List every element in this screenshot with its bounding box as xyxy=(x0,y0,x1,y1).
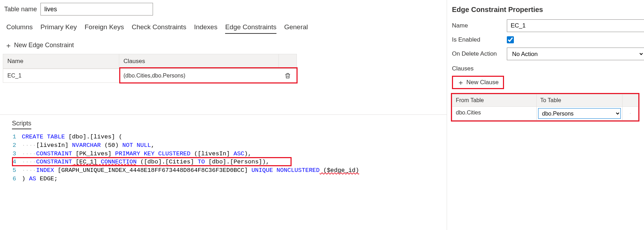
delete-clause-button[interactable] xyxy=(626,110,634,117)
from-table-cell: dbo.Cities xyxy=(452,107,537,120)
table-name-label: Table name xyxy=(4,6,37,13)
line-number: 2 xyxy=(12,141,22,150)
ec-row-clauses: (dbo.Cities,dbo.Persons) xyxy=(119,69,279,82)
delete-constraint-button[interactable] xyxy=(284,72,292,80)
ec-header-clauses: Clauses xyxy=(119,54,279,68)
plus-icon: ＋ xyxy=(5,42,12,49)
clauses-label: Clauses xyxy=(451,64,644,76)
tab-indexes[interactable]: Indexes xyxy=(194,23,218,34)
on-delete-label: On Delete Action xyxy=(451,50,507,57)
line-number: 1 xyxy=(12,133,22,141)
table-name-input[interactable] xyxy=(40,3,153,15)
from-table-header: From Table xyxy=(452,94,537,106)
to-table-header: To Table xyxy=(537,94,623,106)
line-number: 3 xyxy=(12,150,22,158)
enabled-checkbox[interactable] xyxy=(507,36,514,43)
code-editor[interactable]: 1 CREATE TABLE [dbo].[lives] ( 2 ····[li… xyxy=(12,133,447,183)
scripts-title: Scripts xyxy=(12,120,31,129)
clauses-table: From Table To Table dbo.Cities dbo.Perso… xyxy=(452,94,638,120)
tab-general[interactable]: General xyxy=(284,23,308,34)
line-number: 6 xyxy=(12,175,22,183)
new-clause-button[interactable]: ＋ New Clause xyxy=(453,77,503,88)
trash-icon xyxy=(284,72,291,79)
enabled-label: Is Enabled xyxy=(451,36,507,43)
trash-icon xyxy=(630,110,631,117)
tab-columns[interactable]: Columns xyxy=(6,23,33,34)
new-edge-constraint-button[interactable]: ＋ New Edge Constraint xyxy=(0,34,447,54)
new-edge-constraint-label: New Edge Constraint xyxy=(14,42,74,49)
table-row[interactable]: dbo.Cities dbo.Persons xyxy=(452,107,638,120)
ec-header-name: Name xyxy=(3,54,119,68)
tab-edge-constraints[interactable]: Edge Constraints xyxy=(225,23,276,34)
tab-primary-key[interactable]: Primary Key xyxy=(40,23,77,34)
ec-row-name: EC_1 xyxy=(3,69,119,82)
to-table-select[interactable]: dbo.Persons xyxy=(538,108,621,119)
properties-panel: Edge Constraint Properties Name Is Enabl… xyxy=(447,0,644,230)
line-number: 5 xyxy=(12,166,22,175)
name-label: Name xyxy=(451,22,507,29)
tab-check-constraints[interactable]: Check Constraints xyxy=(132,23,186,34)
tab-foreign-keys[interactable]: Foreign Keys xyxy=(84,23,124,34)
table-row[interactable]: EC_1 (dbo.Cities,dbo.Persons) xyxy=(3,69,297,82)
tab-bar: Columns Primary Key Foreign Keys Check C… xyxy=(0,15,447,34)
constraint-name-input[interactable] xyxy=(507,19,644,32)
line-number: 4 xyxy=(12,158,22,166)
edge-constraints-table: Name Clauses EC_1 (dbo.Cities,dbo.Person… xyxy=(3,54,297,83)
on-delete-select[interactable]: No Action xyxy=(507,48,644,60)
plus-icon: ＋ xyxy=(457,79,464,86)
properties-title: Edge Constraint Properties xyxy=(451,4,644,19)
new-clause-label: New Clause xyxy=(466,79,499,86)
